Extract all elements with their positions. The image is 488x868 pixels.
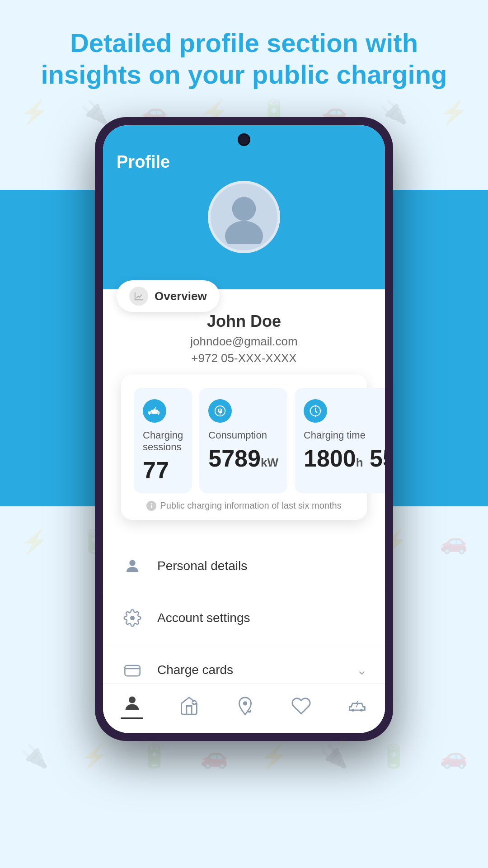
personal-details-icon [121, 555, 144, 577]
svg-point-13 [243, 701, 247, 705]
overview-badge-icon [129, 287, 148, 306]
overview-section: Overview [103, 289, 385, 294]
chart-icon [134, 291, 144, 301]
car-bolt-icon [148, 404, 161, 418]
svg-point-1 [225, 221, 263, 245]
menu-item-account-settings[interactable]: Account settings [103, 592, 385, 644]
account-settings-label: Account settings [157, 611, 367, 625]
card-icon [123, 661, 141, 679]
user-phone: +972 05-XXX-XXXX [117, 351, 371, 365]
svg-rect-8 [125, 665, 140, 676]
menu-item-personal-details[interactable]: Personal details [103, 540, 385, 592]
phone-screen: Profile Overview [103, 125, 385, 733]
personal-details-label: Personal details [157, 559, 367, 573]
svg-point-0 [232, 197, 256, 221]
stats-footer: i Public charging information of last si… [130, 500, 358, 511]
svg-point-16 [360, 709, 363, 712]
charging-sessions-value: 77 [143, 458, 183, 482]
page-header: Detailed profile section with insights o… [0, 0, 488, 108]
phone-frame: Profile Overview [95, 117, 393, 741]
clock-bolt-icon [309, 404, 322, 418]
svg-point-2 [150, 412, 152, 414]
consumption-card: Consumption 5789kW [199, 388, 287, 493]
nav-item-home[interactable] [179, 696, 199, 716]
charging-time-value: 1800h 55min [304, 447, 385, 470]
plug-icon [213, 404, 227, 418]
stats-footer-text: Public charging information of last six … [160, 500, 341, 511]
stats-section: Charging sessions 77 [103, 374, 385, 527]
svg-point-7 [129, 560, 135, 566]
nav-profile-icon [122, 693, 142, 713]
svg-point-15 [352, 709, 354, 712]
nav-active-indicator [121, 717, 143, 719]
gear-icon [123, 609, 141, 627]
phone-mockup: Profile Overview [0, 117, 488, 741]
user-avatar [208, 181, 280, 253]
avatar-icon [217, 190, 271, 244]
profile-header: Profile [103, 125, 385, 289]
overview-label: Overview [155, 289, 207, 303]
consumption-icon [208, 399, 232, 423]
charging-sessions-label: Charging sessions [143, 429, 183, 453]
header-title: Detailed profile section with insights o… [41, 28, 447, 89]
nav-ev-icon [347, 696, 367, 716]
nav-heart-icon [291, 696, 311, 716]
nav-item-ev[interactable] [347, 696, 367, 716]
charging-time-label: Charging time [304, 429, 385, 441]
nav-home-icon [179, 696, 199, 716]
info-icon: i [146, 501, 156, 511]
account-settings-icon [121, 607, 144, 629]
svg-point-11 [129, 696, 136, 703]
consumption-value: 5789kW [208, 447, 278, 470]
nav-item-map[interactable] [235, 696, 255, 716]
overview-badge[interactable]: Overview [117, 280, 220, 312]
charging-time-icon [304, 399, 327, 423]
charging-sessions-icon [143, 399, 166, 423]
svg-point-3 [157, 412, 159, 414]
phone-camera [238, 133, 250, 146]
stats-row: Charging sessions 77 [130, 388, 358, 493]
nav-item-profile[interactable] [121, 693, 143, 719]
charging-sessions-card: Charging sessions 77 [134, 388, 192, 493]
stats-container: Charging sessions 77 [121, 374, 367, 520]
charge-cards-chevron: ⌄ [357, 663, 367, 678]
charging-time-card: Charging time 1800h 55min [295, 388, 385, 493]
user-email: johndoe@gmail.com [117, 335, 371, 349]
consumption-label: Consumption [208, 429, 278, 441]
nav-map-icon [235, 696, 255, 716]
charge-cards-icon [121, 659, 144, 681]
user-name: John Doe [117, 312, 371, 331]
person-icon [123, 557, 141, 575]
profile-screen-title: Profile [117, 152, 371, 172]
charge-cards-label: Charge cards [157, 663, 343, 677]
nav-item-favorites[interactable] [291, 696, 311, 716]
bottom-navigation [103, 683, 385, 733]
avatar-container [117, 181, 371, 253]
